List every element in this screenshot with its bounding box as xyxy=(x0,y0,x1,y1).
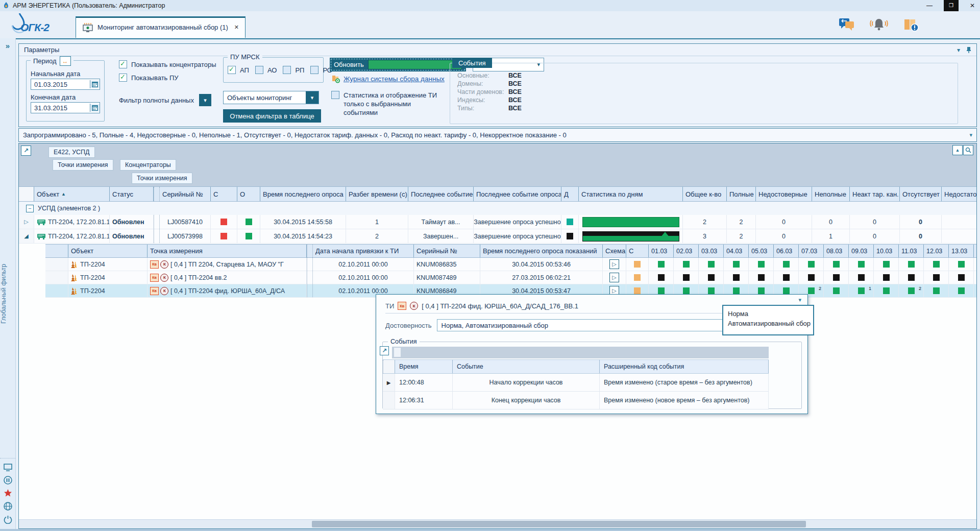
column-header-absent[interactable]: Отсутствует xyxy=(900,187,942,201)
date-column-header[interactable]: 13.03 xyxy=(949,245,974,257)
journal-alert-icon[interactable] xyxy=(902,17,919,32)
subtable-row[interactable]: ТП-2204 Кв К [ 0,4 ] ТП 2204, Старцева 1… xyxy=(45,258,976,271)
column-splitter[interactable] xyxy=(307,245,313,257)
monitor-small-icon[interactable] xyxy=(4,464,12,471)
column-header-incomplete[interactable]: Неполные xyxy=(812,187,850,201)
refresh-button[interactable]: Обновить xyxy=(330,58,466,71)
groupby-chip[interactable]: Точки измерения xyxy=(53,159,113,171)
groupby-chip[interactable]: Е422, УСПД xyxy=(48,147,95,158)
subcolumn-header-schema[interactable]: Схема xyxy=(603,245,626,257)
expand-events-button[interactable]: ↗ xyxy=(380,346,389,355)
date-column-header[interactable]: 11.03 xyxy=(899,245,924,257)
subcolumn-header-c[interactable]: С xyxy=(626,245,649,257)
star-icon[interactable] xyxy=(4,489,12,497)
start-date-field[interactable]: 01.03.2015 xyxy=(31,79,100,90)
row-expander-icon[interactable]: ▷ xyxy=(19,215,34,229)
column-header-shortage[interactable]: Недостаток xyxy=(942,187,977,201)
date-column-header[interactable]: 10.03 xyxy=(874,245,899,257)
mrsk-option-rp[interactable]: ✓РП xyxy=(283,66,304,74)
column-header-total[interactable]: Общее к-во xyxy=(683,187,727,201)
table-row[interactable]: ▷ ТП-2204, 172.20.81.1 Обновлен LJ005874… xyxy=(19,215,976,229)
groupby-chip[interactable]: Концентраторы xyxy=(120,159,176,171)
mrsk-option-ao[interactable]: ✓АО xyxy=(255,66,277,74)
subcolumn-header-point[interactable]: Точка измерения xyxy=(148,245,307,257)
column-header-status[interactable]: Статус xyxy=(110,187,154,201)
column-header-lastpollevent[interactable]: Последнее событие опроса xyxy=(474,187,561,201)
column-header-unreliable[interactable]: Недостоверные xyxy=(756,187,812,201)
show-concentrators-checkbox[interactable]: ✓ Показывать концентраторы xyxy=(119,60,216,68)
column-header-lastevent[interactable]: Последнее событие xyxy=(408,187,474,201)
completeness-filter[interactable]: Фильтр полноты данных ▾ xyxy=(119,94,211,106)
pin-icon[interactable] xyxy=(966,46,971,53)
pause-icon[interactable] xyxy=(4,476,12,485)
expand-panel-button[interactable]: » xyxy=(0,38,15,50)
column-header-full[interactable]: Полные xyxy=(727,187,756,201)
date-column-header[interactable]: 02.03 xyxy=(674,245,699,257)
alarm-bell-icon[interactable] xyxy=(870,17,888,32)
subcolumn-header-lastpoll[interactable]: Время последнего опроса показаний xyxy=(480,245,603,257)
date-column-header[interactable]: 04.03 xyxy=(724,245,749,257)
column-header-inactive[interactable]: Неакт тар. кан. xyxy=(850,187,900,201)
tab-monitoring[interactable]: Мониторинг автоматизированный сбор (1) ✕ xyxy=(76,16,246,38)
date-column-header[interactable]: 12.03 xyxy=(924,245,949,257)
date-column-header[interactable]: 09.03 xyxy=(849,245,874,257)
end-date-field[interactable]: 31.03.2015 xyxy=(31,102,100,113)
expand-grid-button[interactable]: ↗ xyxy=(21,146,31,156)
column-header-object[interactable]: Объект ▲ xyxy=(34,187,110,201)
subcolumn-header-binddate[interactable]: Дата начала привязки к ТИ xyxy=(313,245,414,257)
subtable-row[interactable]: ТП-2204 Кв К [ 0,4 ] ТП-2204 вв.2 02.10.… xyxy=(45,271,976,284)
objects-dropdown-button[interactable]: ▾ xyxy=(306,91,318,104)
column-header-serial[interactable]: Серийный № xyxy=(160,187,211,201)
date-column-header[interactable]: 01.03 xyxy=(649,245,674,257)
column-header-daystats[interactable]: Статистика по дням xyxy=(579,187,683,201)
open-schema-button[interactable]: ▷ xyxy=(609,273,619,282)
date-column-header[interactable]: 08.03 xyxy=(824,245,849,257)
group-collapse-icon[interactable]: − xyxy=(26,205,34,212)
events-filter-box[interactable] xyxy=(394,348,401,357)
cancel-table-filter-button[interactable]: Отмена фильтра в таблице xyxy=(223,109,321,123)
summary-dropdown-icon[interactable]: ▾ xyxy=(969,132,972,138)
minimize-button[interactable]: — xyxy=(926,0,933,11)
date-column-header[interactable]: 05.03 xyxy=(749,245,774,257)
column-header-c[interactable]: С xyxy=(211,187,237,201)
search-button[interactable] xyxy=(963,145,973,155)
journal-link[interactable]: Журнал системы сбора данных xyxy=(344,75,445,83)
horizontal-scrollbar[interactable] xyxy=(19,519,976,528)
open-schema-button[interactable]: ▷ xyxy=(609,259,619,269)
events-row[interactable]: ▶ 12:00:48 Начало коррекции часов Время … xyxy=(383,374,769,392)
scrollbar-thumb[interactable] xyxy=(312,521,806,527)
events-column-code[interactable]: Расширенный код события xyxy=(600,360,769,373)
scroll-top-button[interactable]: ▲ xyxy=(952,145,963,155)
row-expander-icon[interactable]: ◢ xyxy=(19,229,34,243)
mrsk-option-ap[interactable]: ✓АП xyxy=(228,66,249,74)
close-button[interactable]: ✕ xyxy=(970,0,975,11)
completeness-dropdown-button[interactable]: ▾ xyxy=(199,94,211,106)
tab-close-icon[interactable]: ✕ xyxy=(234,24,239,31)
groupby-chip[interactable]: Точки измерения xyxy=(132,173,192,184)
events-group-button[interactable]: События xyxy=(452,58,492,68)
table-row[interactable]: ◢ ТП-2204, 172.20.81.1 Обновлен LJ005739… xyxy=(19,229,976,244)
events-row[interactable]: 12:06:31 Конец коррекции часов Время изм… xyxy=(383,392,769,409)
date-column-header[interactable]: 07.03 xyxy=(799,245,824,257)
period-range-button[interactable]: ↔ xyxy=(60,56,71,66)
monitoring-objects-combo[interactable]: Объекты мониторинг ▾ xyxy=(223,91,319,104)
events-column-event[interactable]: Событие xyxy=(453,360,600,373)
global-filter-label[interactable]: Глобальный фильтр xyxy=(0,243,15,345)
column-header-o[interactable]: О xyxy=(237,187,260,201)
power-icon[interactable] xyxy=(4,515,12,524)
subcolumn-header-serial[interactable]: Серийный № xyxy=(414,245,480,257)
calendar-icon[interactable] xyxy=(90,104,100,112)
maximize-button[interactable]: ❐ xyxy=(944,0,959,12)
column-header-d[interactable]: Д xyxy=(561,187,579,201)
journal-link-row[interactable]: Журнал системы сбора данных xyxy=(331,75,445,83)
panel-collapse-icon[interactable]: ▾ xyxy=(957,46,960,54)
date-column-header[interactable]: 06.03 xyxy=(774,245,799,257)
column-header-lastpoll[interactable]: Время последнего опроса xyxy=(260,187,346,201)
column-splitter[interactable] xyxy=(154,187,160,201)
column-header-spread[interactable]: Разбег времени (с) xyxy=(346,187,408,201)
mrsk-option-ro[interactable]: ✓РО xyxy=(310,66,332,74)
date-column-header[interactable]: 03.03 xyxy=(699,245,724,257)
events-column-time[interactable]: Время xyxy=(395,360,453,373)
globe-icon[interactable] xyxy=(4,502,12,511)
subcolumn-header-object[interactable]: Объект xyxy=(68,245,148,257)
